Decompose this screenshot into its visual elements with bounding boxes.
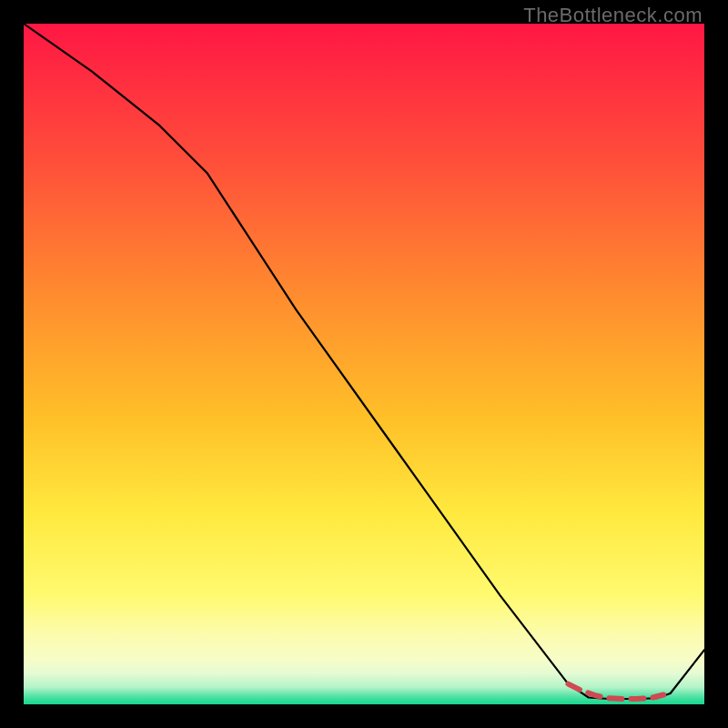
plot-area	[24, 24, 704, 704]
chart-svg	[24, 24, 704, 704]
watermark-label: TheBottleneck.com	[523, 4, 703, 27]
chart-stage: TheBottleneck.com	[0, 0, 728, 728]
gradient-background	[24, 24, 704, 704]
